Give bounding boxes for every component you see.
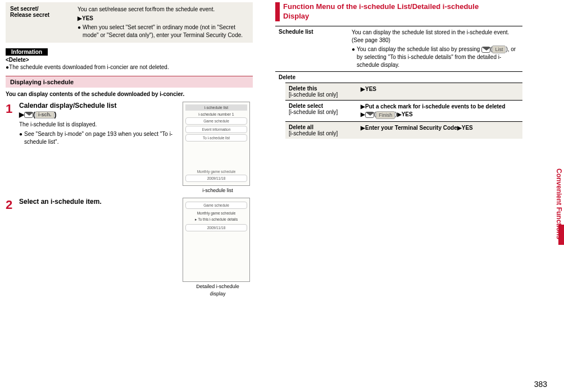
softkey-isch: i-sch. (35, 111, 54, 119)
mock1-row2: Event information (185, 126, 247, 133)
right-column: Function Menu of the i-schedule List/Det… (270, 0, 528, 392)
step-1-number: 1 (6, 102, 19, 193)
step-2-caption2: display (183, 291, 253, 297)
softkey-list: List (492, 45, 506, 54)
step-2-caption1: Detailed i-schedule (183, 284, 253, 289)
delete-select-sub: [i-schedule list only] (289, 109, 361, 115)
mock-ischedule-list: i-schedule list i-schedule number 1 Game… (183, 102, 250, 186)
delete-this-sub: [i-schedule list only] (289, 92, 361, 98)
func-title-1: Function Menu of the i-schedule List/Det… (283, 2, 479, 11)
delete-select-body1: Put a check mark for i-schedule events t… (365, 103, 506, 110)
mock1-ft: Monthly game schedule (185, 170, 247, 174)
set-secret-label-2: Release secret (10, 12, 78, 18)
delete-all-body1: Enter your Terminal Security Code (365, 125, 457, 131)
set-secret-label-1: Set secret/ (10, 6, 78, 12)
schedule-list-label: Schedule list (279, 29, 352, 70)
side-marker (558, 225, 564, 245)
set-secret-row: Set secret/ Release secret You can set/r… (6, 2, 253, 43)
step-1: 1 Calendar display/Schedule list ▶(i-sch… (6, 102, 253, 193)
schedule-list-desc1: You can display the schedule list stored… (352, 29, 519, 44)
step-2: 2 Select an i-schedule item. Game schedu… (6, 198, 253, 297)
set-secret-yes: YES (82, 15, 93, 22)
schedule-list-desc2a: You can display the schedule list also b… (357, 46, 480, 52)
mail-icon (24, 112, 33, 118)
page-number: 383 (534, 380, 547, 389)
delete-select-label: Delete select (289, 103, 361, 109)
display-intro: You can display contents of the schedule… (6, 91, 253, 97)
mock2-fd: 2009/11/18 (185, 224, 247, 231)
delete-this-row: Delete this [i-schedule list only] ▶YES (285, 83, 522, 100)
delete-all-label: Delete all (289, 124, 361, 130)
displaying-heading: Displaying i-schedule (6, 76, 253, 88)
step-2-title: Select an i-schedule item. (19, 198, 179, 207)
step-1-desc1: The i-schedule list is displayed. (19, 121, 179, 129)
softkey-finish: Finish (376, 111, 395, 120)
information-bar: Information (6, 48, 48, 56)
delete-all-body2: YES (462, 125, 473, 131)
delete-note: ●The schedule events downloaded from i-c… (6, 64, 253, 70)
function-menu-heading: Function Menu of the i-schedule List/Det… (275, 2, 522, 21)
set-secret-note: When you select "Set secret" in ordinary… (83, 24, 248, 39)
set-secret-body: You can set/release secret for/from the … (78, 6, 248, 39)
delete-this-body: YES (365, 86, 376, 92)
step-1-title: Calendar display/Schedule list ▶(i-sch.) (19, 102, 179, 119)
mock1-num: i-schedule number 1 (185, 112, 247, 116)
schedule-list-row: Schedule list You can display the schedu… (275, 26, 522, 72)
mail-icon (481, 47, 490, 53)
step-1-title-text: Calendar display/Schedule list (19, 102, 116, 110)
delete-note-text: The schedule events downloaded from i-co… (9, 64, 169, 70)
delete-all-sub: [i-schedule list only] (289, 130, 361, 136)
func-title-2: Display (283, 12, 309, 20)
delete-header: Delete (275, 71, 522, 83)
schedule-list-body: You can display the schedule list stored… (352, 29, 519, 70)
step-2-number: 2 (6, 198, 19, 297)
left-column: Set secret/ Release secret You can set/r… (0, 0, 258, 392)
mock1-row1: Game schedule (185, 117, 247, 125)
mock2-row1: Game schedule (185, 202, 247, 209)
mock1-row3: To i-schedule list (185, 134, 247, 142)
set-secret-label: Set secret/ Release secret (10, 6, 78, 39)
delete-this-label: Delete this (289, 85, 361, 92)
mock2-ft: Monthly game schedule (187, 211, 246, 215)
step-1-desc2: ●See "Search by i-mode" on page 193 when… (19, 130, 179, 146)
mock1-fd: 2009/11/18 (185, 175, 247, 182)
step-1-desc2-text: See "Search by i-mode" on page 193 when … (24, 130, 179, 146)
mock-detailed-display: Game schedule Monthly game schedule ▸ To… (183, 198, 250, 282)
step-1-caption: i-schedule list (183, 188, 253, 193)
set-secret-desc: You can set/release secret for/from the … (78, 6, 248, 13)
delete-all-row: Delete all [i-schedule list only] ▶Enter… (285, 121, 522, 139)
mock2-row2: To this i-schedule details (198, 217, 238, 221)
delete-select-row: Delete select [i-schedule list only] ▶Pu… (285, 100, 522, 121)
delete-subhead: <Delete> (6, 57, 253, 63)
delete-select-body2: YES (402, 111, 413, 117)
mock1-header: i-schedule list (185, 104, 247, 111)
mail-icon (365, 112, 374, 118)
